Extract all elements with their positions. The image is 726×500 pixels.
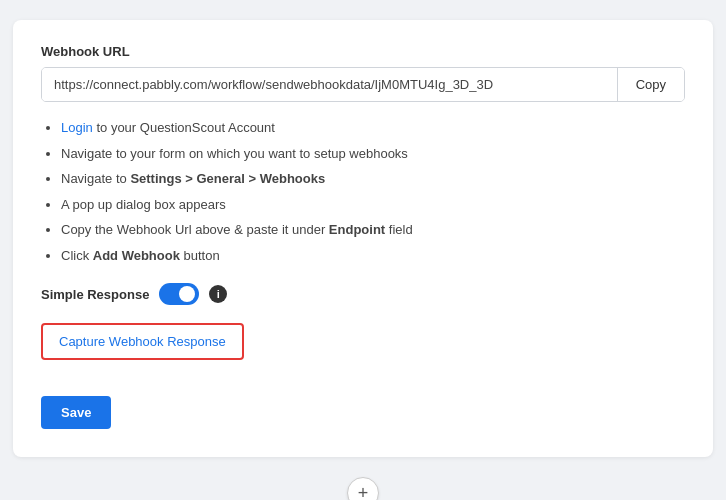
list-item: Navigate to Settings > General > Webhook… <box>61 169 685 189</box>
simple-response-row: Simple Response i <box>41 283 685 305</box>
webhook-url-label: Webhook URL <box>41 44 685 59</box>
simple-response-toggle[interactable] <box>159 283 199 305</box>
bottom-area: + <box>0 477 726 500</box>
simple-response-label: Simple Response <box>41 287 149 302</box>
list-item: Copy the Webhook Url above & paste it un… <box>61 220 685 240</box>
instruction-text: Copy the Webhook Url above & paste it un… <box>61 222 413 237</box>
instruction-text: to your QuestionScout Account <box>96 120 275 135</box>
list-item: Navigate to your form on which you want … <box>61 144 685 164</box>
save-button[interactable]: Save <box>41 396 111 429</box>
capture-button-wrapper: Capture Webhook Response <box>41 323 685 378</box>
webhook-url-row: Copy <box>41 67 685 102</box>
copy-button[interactable]: Copy <box>617 68 684 101</box>
instruction-text: Navigate to Settings > General > Webhook… <box>61 171 325 186</box>
instructions-list: Login to your QuestionScout Account Navi… <box>41 118 685 265</box>
list-item: Click Add Webhook button <box>61 246 685 266</box>
list-item: Login to your QuestionScout Account <box>61 118 685 138</box>
webhook-url-input[interactable] <box>42 68 617 101</box>
webhook-card: Webhook URL Copy Login to your QuestionS… <box>13 20 713 457</box>
toggle-slider <box>159 283 199 305</box>
capture-webhook-button[interactable]: Capture Webhook Response <box>41 323 244 360</box>
list-item: A pop up dialog box appears <box>61 195 685 215</box>
login-link[interactable]: Login <box>61 120 93 135</box>
instruction-text: A pop up dialog box appears <box>61 197 226 212</box>
instruction-text: Click Add Webhook button <box>61 248 220 263</box>
info-icon[interactable]: i <box>209 285 227 303</box>
add-button[interactable]: + <box>347 477 379 500</box>
instruction-text: Navigate to your form on which you want … <box>61 146 408 161</box>
